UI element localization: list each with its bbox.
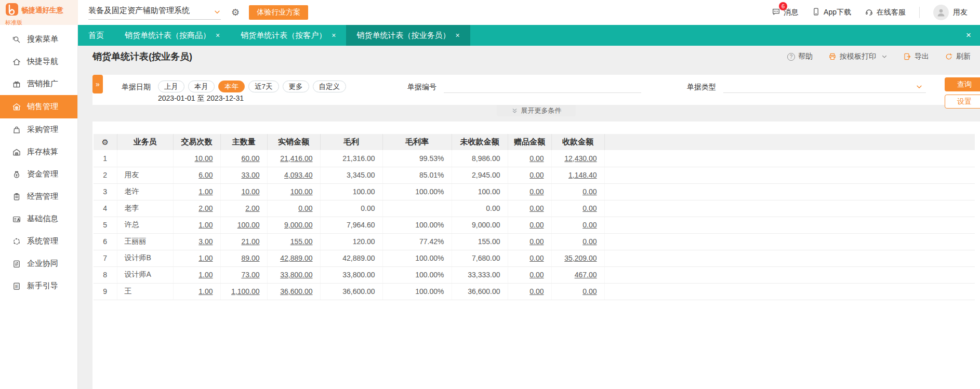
drilldown-link[interactable]: 33.00 [241, 171, 259, 179]
date-pill-6[interactable]: 自定义 [313, 81, 347, 92]
drilldown-link[interactable]: 1.00 [198, 254, 213, 262]
doc-type-select[interactable] [723, 81, 926, 93]
sidebar-item-2[interactable]: 快捷导航 [0, 50, 77, 73]
drilldown-link[interactable]: 35,209.00 [564, 254, 597, 262]
drilldown-link[interactable]: 2.00 [245, 204, 259, 212]
app-download-button[interactable]: App下载 [812, 7, 851, 18]
drilldown-link[interactable]: 0.00 [529, 204, 544, 212]
drilldown-link[interactable]: 100.00 [290, 187, 313, 196]
drilldown-link[interactable]: 0.00 [529, 237, 544, 246]
sidebar-item-7[interactable]: 资金管理 [0, 163, 77, 185]
drilldown-link[interactable]: 4,093.40 [284, 171, 313, 179]
drilldown-link[interactable]: 0.00 [529, 154, 544, 163]
date-pill-3[interactable]: 本年 [218, 81, 245, 92]
sidebar-item-12[interactable]: 新新手引导 [0, 275, 77, 297]
system-select-dropdown[interactable]: 装备及固定资产辅助管理系统 [88, 6, 221, 20]
column-settings-gear-icon[interactable]: ⚙ [94, 134, 117, 150]
tab-3[interactable]: 销货单统计表（按客户）× [230, 25, 346, 46]
drilldown-link[interactable]: 1.00 [198, 271, 213, 279]
expand-more-conditions[interactable]: 展开更多条件 [497, 105, 576, 116]
date-range-value[interactable]: 2023-01-01 至 2023-12-31 [158, 94, 393, 103]
column-header-6[interactable]: 毛利率 [382, 134, 452, 150]
sidebar-item-10[interactable]: 系统管理 [0, 230, 77, 252]
toolbar-refresh-button[interactable]: 刷新 [945, 52, 971, 61]
drilldown-link[interactable]: 42,889.00 [280, 254, 312, 262]
drilldown-link[interactable]: 0.00 [582, 221, 597, 229]
tab-close-icon[interactable]: × [216, 31, 220, 39]
sidebar-item-6[interactable]: 库存核算 [0, 141, 77, 163]
sidebar-item-5[interactable]: 采购管理 [0, 118, 77, 141]
drilldown-link[interactable]: 1.00 [198, 187, 213, 196]
sidebar-item-3[interactable]: 营销推广 [0, 73, 77, 95]
column-header-5[interactable]: 毛利 [320, 134, 382, 150]
gear-icon[interactable]: ⚙ [231, 8, 240, 17]
drilldown-link[interactable]: 12,430.00 [564, 154, 597, 163]
doc-no-input[interactable] [444, 81, 641, 93]
collapse-filter-button[interactable]: » [92, 75, 103, 93]
drilldown-link[interactable]: 0.00 [298, 204, 312, 212]
sidebar-item-9[interactable]: 基础信息 [0, 208, 77, 230]
trial-solution-button[interactable]: 体验行业方案 [249, 5, 308, 20]
tab-close-icon[interactable]: × [332, 31, 336, 39]
drilldown-link[interactable]: 0.00 [582, 237, 597, 246]
settings-button[interactable]: 设置 [945, 95, 980, 109]
toolbar-help-button[interactable]: ?帮助 [787, 52, 813, 61]
drilldown-link[interactable]: 21.00 [241, 237, 259, 246]
date-pill-5[interactable]: 更多 [283, 81, 309, 92]
drilldown-link[interactable]: 3.00 [198, 237, 213, 246]
drilldown-link[interactable]: 1.00 [198, 221, 213, 229]
tab-4[interactable]: 销货单统计表（按业务员）× [346, 25, 470, 46]
drilldown-link[interactable]: 467.00 [575, 271, 597, 279]
column-header-2[interactable]: 交易次数 [173, 134, 220, 150]
drilldown-link[interactable]: 73.00 [241, 271, 259, 279]
column-header-3[interactable]: 主数量 [220, 134, 267, 150]
drilldown-link[interactable]: 60.00 [241, 154, 259, 163]
drilldown-link[interactable]: 0.00 [529, 187, 544, 196]
drilldown-link[interactable]: 9,000.00 [284, 221, 313, 229]
drilldown-link[interactable]: 10.00 [194, 154, 213, 163]
sidebar-item-1[interactable]: 搜索菜单 [0, 28, 77, 50]
drilldown-link[interactable]: 0.00 [582, 204, 597, 212]
drilldown-link[interactable]: 36,600.00 [280, 287, 312, 296]
drilldown-link[interactable]: 2.00 [198, 204, 213, 212]
sidebar-item-11[interactable]: 企业协同 [0, 252, 77, 275]
user-menu[interactable]: 用友 [933, 5, 968, 20]
toolbar-printer-button[interactable]: 按模板打印 [828, 52, 888, 61]
search-button[interactable]: 查询 [945, 77, 980, 91]
tab-close-icon[interactable]: × [455, 31, 459, 39]
drilldown-link[interactable]: 155.00 [290, 237, 313, 246]
drilldown-link[interactable]: 10.00 [241, 187, 259, 196]
drilldown-link[interactable]: 89.00 [241, 254, 259, 262]
drilldown-link[interactable]: 0.00 [529, 271, 544, 279]
drilldown-link[interactable]: 0.00 [529, 287, 544, 296]
drilldown-link[interactable]: 1,100.00 [231, 287, 260, 296]
column-header-9[interactable]: 收款金额 [551, 134, 604, 150]
date-start[interactable]: 2023-01-01 [158, 94, 195, 102]
drilldown-link[interactable]: 21,416.00 [280, 154, 312, 163]
date-pill-1[interactable]: 上月 [158, 81, 184, 92]
drilldown-link[interactable]: 0.00 [582, 287, 597, 296]
date-pill-4[interactable]: 近7天 [248, 81, 279, 92]
column-header-8[interactable]: 赠品金额 [508, 134, 551, 150]
column-header-4[interactable]: 实销金额 [267, 134, 320, 150]
sidebar-item-4[interactable]: 销售管理 [0, 95, 77, 118]
column-header-7[interactable]: 未收款金额 [452, 134, 508, 150]
drilldown-link[interactable]: 1.00 [198, 287, 213, 296]
drilldown-link[interactable]: 1,148.40 [568, 171, 597, 179]
drilldown-link[interactable]: 0.00 [529, 171, 544, 179]
tab-1[interactable]: 首页 [78, 25, 114, 46]
drilldown-link[interactable]: 0.00 [529, 221, 544, 229]
drilldown-link[interactable]: 6.00 [198, 171, 213, 179]
sidebar-item-8[interactable]: 经营管理 [0, 185, 77, 208]
drilldown-link[interactable]: 33,800.00 [280, 271, 312, 279]
date-end[interactable]: 2023-12-31 [206, 94, 244, 102]
drilldown-link[interactable]: 0.00 [529, 254, 544, 262]
column-header-1[interactable]: 业务员 [117, 134, 173, 150]
date-pill-2[interactable]: 本月 [188, 81, 215, 92]
drilldown-link[interactable]: 0.00 [582, 187, 597, 196]
online-service-button[interactable]: 在线客服 [865, 7, 906, 18]
tab-2[interactable]: 销货单统计表（按商品）× [114, 25, 230, 46]
toolbar-export-button[interactable]: 导出 [903, 52, 929, 61]
drilldown-link[interactable]: 100.00 [237, 221, 260, 229]
chevron-down-icon[interactable] [881, 53, 888, 60]
